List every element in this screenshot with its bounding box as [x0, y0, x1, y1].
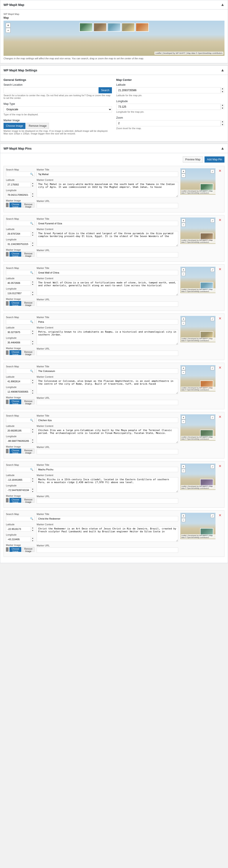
pin-title-input-4[interactable] — [37, 368, 178, 374]
pin-lon-down-3[interactable]: ▼ — [31, 342, 34, 345]
pin-choose-image-btn-6[interactable]: Choose Image — [9, 498, 21, 503]
pin-lat-down-3[interactable]: ▼ — [31, 332, 34, 335]
map-panel-toggle-icon[interactable]: ▲ — [221, 2, 225, 7]
pin-lat-down-4[interactable]: ▼ — [31, 381, 34, 384]
pin-lat-up-7[interactable]: ▲ — [31, 526, 34, 529]
pin-url-input-2[interactable] — [37, 302, 178, 307]
pin-lon-up-6[interactable]: ▲ — [31, 488, 34, 490]
pin-lat-up-1[interactable]: ▲ — [31, 231, 34, 234]
main-map[interactable]: + − Leaflet | Developed by WP MAPIT | Ma… — [3, 21, 225, 56]
pin-lon-input-7[interactable] — [6, 537, 34, 542]
pin-map-zoom-in-3[interactable]: + — [182, 317, 186, 321]
pin-lon-input-2[interactable] — [6, 291, 34, 296]
pin-lat-input-4[interactable] — [6, 379, 34, 384]
pin-delete-btn-0[interactable]: ✕ — [218, 168, 222, 173]
pin-content-textarea-5[interactable]: Chichen Itza was a large pre-Columbian c… — [37, 428, 178, 443]
pin-remove-image-btn-0[interactable]: Remove Image — [22, 203, 34, 207]
pin-lat-down-1[interactable]: ▼ — [31, 234, 34, 237]
pin-lon-up-2[interactable]: ▲ — [31, 291, 34, 293]
pin-lon-down-1[interactable]: ▼ — [31, 244, 34, 247]
pin-lat-input-1[interactable] — [6, 231, 34, 237]
pin-remove-image-btn-4[interactable]: Remove Image — [22, 399, 34, 404]
pin-lon-up-3[interactable]: ▲ — [31, 340, 34, 342]
pin-map-expand-2[interactable]: ⤢ — [210, 268, 215, 272]
pin-lat-input-3[interactable] — [6, 330, 34, 335]
pin-content-textarea-6[interactable]: Machu Picchu is a 15th-century Inca cita… — [37, 477, 178, 493]
pin-map-zoom-out-1[interactable]: − — [182, 223, 186, 227]
pin-delete-btn-6[interactable]: ✕ — [218, 464, 222, 468]
settings-panel-toggle-icon[interactable]: ▲ — [221, 68, 225, 72]
pin-content-textarea-1[interactable]: The Great Pyramid of Giza is the oldest … — [37, 231, 178, 247]
latitude-spin-up[interactable]: ▲ — [221, 87, 225, 90]
map-panel-header[interactable]: WP Mapit Map ▲ — [0, 0, 228, 9]
pin-lat-up-4[interactable]: ▲ — [31, 379, 34, 381]
preview-map-btn[interactable]: Preview Map — [183, 156, 203, 162]
pin-title-input-5[interactable] — [37, 417, 178, 423]
pin-lat-down-5[interactable]: ▼ — [31, 431, 34, 433]
pin-remove-image-btn-7[interactable]: Remove Image — [22, 547, 34, 552]
pin-map-expand-0[interactable]: ⤢ — [210, 169, 215, 173]
remove-image-btn[interactable]: Remove Image — [26, 123, 49, 129]
map-zoom-in-btn[interactable]: + — [6, 23, 10, 28]
pin-choose-image-btn-3[interactable]: Choose Image — [9, 350, 21, 355]
map-zoom-out-btn[interactable]: − — [6, 28, 10, 33]
pin-map-expand-5[interactable]: ⤢ — [210, 415, 215, 420]
pin-delete-btn-5[interactable]: ✕ — [218, 414, 222, 419]
pin-lon-down-4[interactable]: ▼ — [31, 392, 34, 394]
pin-content-textarea-3[interactable]: Petra, originally known to its inhabitan… — [37, 330, 178, 345]
pin-map-zoom-in-5[interactable]: + — [182, 415, 186, 420]
search-location-btn[interactable]: Search — [99, 87, 112, 93]
search-location-input[interactable] — [3, 87, 98, 93]
pin-lon-up-1[interactable]: ▲ — [31, 242, 34, 244]
map-type-select[interactable]: Grayscale — [3, 106, 112, 113]
zoom-spin-up[interactable]: ▲ — [221, 120, 225, 123]
pin-lat-down-7[interactable]: ▼ — [31, 529, 34, 532]
pin-remove-image-btn-3[interactable]: Remove Image — [22, 350, 34, 355]
pin-lat-input-7[interactable] — [6, 526, 34, 532]
pin-map-zoom-in-2[interactable]: + — [182, 268, 186, 272]
add-map-pin-btn[interactable]: Add Map Pin — [204, 156, 225, 162]
pin-map-expand-6[interactable]: ⤢ — [210, 465, 215, 469]
pin-map-zoom-in-6[interactable]: + — [182, 465, 186, 469]
pin-url-input-0[interactable] — [37, 203, 178, 208]
pin-url-input-3[interactable] — [37, 351, 178, 356]
pin-url-input-1[interactable] — [37, 252, 178, 257]
pin-delete-btn-1[interactable]: ✕ — [218, 217, 222, 222]
pin-title-input-1[interactable] — [37, 221, 178, 226]
pin-remove-image-btn-2[interactable]: Remove Image — [22, 301, 34, 306]
pin-lon-up-0[interactable]: ▲ — [31, 192, 34, 195]
pin-choose-image-btn-5[interactable]: Choose Image — [9, 448, 21, 454]
longitude-spin-down[interactable]: ▼ — [221, 107, 225, 110]
pin-lon-down-6[interactable]: ▼ — [31, 490, 34, 493]
pin-title-input-3[interactable] — [37, 319, 178, 324]
pin-map-zoom-out-3[interactable]: − — [182, 321, 186, 325]
pin-choose-image-btn-1[interactable]: Choose Image — [9, 252, 21, 257]
pin-delete-btn-7[interactable]: ✕ — [218, 513, 222, 517]
pin-url-input-4[interactable] — [37, 400, 178, 405]
pin-map-zoom-out-6[interactable]: − — [182, 469, 186, 473]
pin-map-expand-7[interactable]: ⤢ — [210, 514, 215, 518]
pin-title-input-7[interactable] — [37, 516, 178, 521]
pin-map-zoom-out-4[interactable]: − — [182, 370, 186, 374]
pin-delete-btn-3[interactable]: ✕ — [218, 316, 222, 320]
pin-content-textarea-7[interactable]: Christ the Redeemer is an Art Deco statu… — [37, 526, 178, 542]
pin-lat-input-2[interactable] — [6, 280, 34, 286]
pin-content-textarea-2[interactable]: The Great Wall of China is a series of f… — [37, 280, 178, 296]
pin-map-expand-4[interactable]: ⤢ — [210, 366, 215, 370]
pin-lon-down-7[interactable]: ▼ — [31, 539, 34, 542]
pin-lat-input-0[interactable] — [6, 182, 34, 187]
pin-lon-down-5[interactable]: ▼ — [31, 441, 34, 443]
pin-choose-image-btn-0[interactable]: Choose Image — [9, 203, 21, 207]
pin-map-expand-3[interactable]: ⤢ — [210, 317, 215, 321]
pin-lon-up-5[interactable]: ▲ — [31, 438, 34, 441]
pin-choose-image-btn-4[interactable]: Choose Image — [9, 399, 21, 404]
pin-lon-down-2[interactable]: ▼ — [31, 293, 34, 296]
pin-title-input-2[interactable] — [37, 270, 178, 275]
pin-lon-input-1[interactable] — [6, 242, 34, 247]
pin-lat-up-6[interactable]: ▲ — [31, 477, 34, 480]
pin-map-zoom-in-4[interactable]: + — [182, 366, 186, 370]
pin-content-textarea-4[interactable]: The Colosseum or Coliseum, also known as… — [37, 379, 178, 394]
latitude-spin-down[interactable]: ▼ — [221, 90, 225, 93]
pin-lon-input-4[interactable] — [6, 389, 34, 394]
settings-panel-header[interactable]: WP Mapit Map Settings ▲ — [0, 66, 228, 75]
